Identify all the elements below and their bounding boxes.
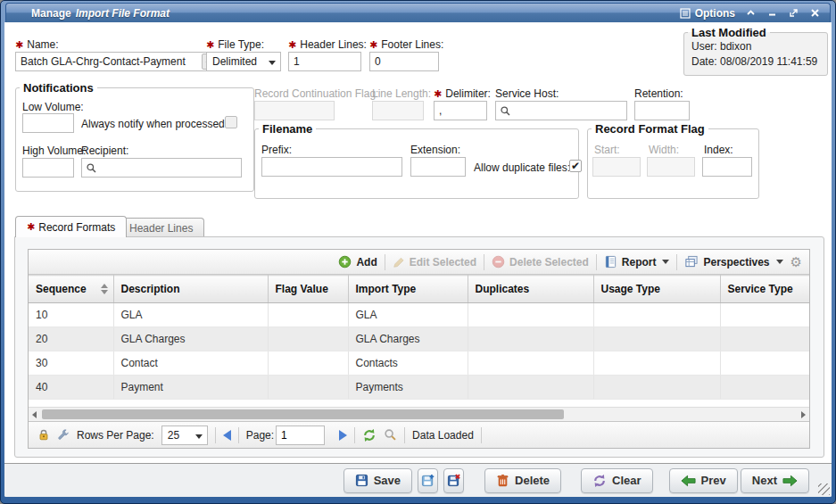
table-cell: Contact <box>113 351 268 376</box>
horizontal-scrollbar[interactable] <box>29 407 809 421</box>
edit-selected-button[interactable]: Edit Selected <box>393 256 476 269</box>
footer-lines-input[interactable] <box>369 52 439 71</box>
remove-icon <box>492 255 505 269</box>
pencil-icon <box>393 256 405 269</box>
service-host-input[interactable] <box>495 101 627 120</box>
service-host-label: Service Host: <box>495 87 559 100</box>
chevron-down-icon <box>195 434 203 439</box>
perspectives-button[interactable]: Perspectives <box>684 255 782 269</box>
resize-grip[interactable] <box>818 483 830 495</box>
sort-icon[interactable] <box>101 284 108 294</box>
clear-button[interactable]: Clear <box>581 468 653 493</box>
column-header-service-type[interactable]: Service Type <box>720 276 809 303</box>
options-button[interactable]: Options <box>680 7 735 20</box>
wrench-icon[interactable] <box>57 429 70 442</box>
file-type-label: ✱File Type: <box>206 38 264 51</box>
close-icon <box>810 8 820 18</box>
file-type-select[interactable]: Delimited <box>206 52 281 71</box>
minimize-button[interactable] <box>766 7 778 19</box>
page-input[interactable] <box>276 426 325 445</box>
header-lines-input[interactable] <box>288 52 361 71</box>
save-and-close-button[interactable] <box>443 468 464 493</box>
scroll-left-icon[interactable] <box>32 411 37 418</box>
extension-input[interactable] <box>410 157 466 177</box>
record-continuation-flag-label: Record Continuation Flag: <box>254 87 378 100</box>
prev-button[interactable]: Prev <box>669 468 738 493</box>
required-marker: ✱ <box>434 88 442 99</box>
previous-page-icon[interactable] <box>223 430 231 441</box>
add-button[interactable]: Add <box>338 255 377 269</box>
table-cell <box>593 327 720 351</box>
scroll-right-icon[interactable] <box>801 411 806 418</box>
table-cell <box>268 351 348 376</box>
prefix-label: Prefix: <box>261 144 292 156</box>
allow-duplicate-checkbox[interactable] <box>569 160 582 172</box>
always-notify-checkbox[interactable] <box>225 116 237 128</box>
required-marker: ✱ <box>27 221 35 233</box>
save-and-new-button[interactable] <box>418 468 438 493</box>
recipient-label: Recipient: <box>81 145 128 157</box>
chevron-down-icon <box>776 260 783 264</box>
collapse-button[interactable] <box>745 7 757 19</box>
column-header-sequence[interactable]: Sequence <box>29 276 113 303</box>
search-icon[interactable] <box>500 105 511 117</box>
table-header-row: SequenceDescriptionFlag ValueImport Type… <box>29 276 809 303</box>
table-row[interactable]: 30ContactContacts <box>29 351 809 376</box>
tab-record-formats[interactable]: ✱ Record Formats <box>15 216 127 237</box>
search-icon[interactable] <box>384 428 397 442</box>
column-header-import-type[interactable]: Import Type <box>348 276 468 303</box>
allow-duplicate-label: Allow duplicate files: <box>474 161 570 174</box>
column-header-duplicates[interactable]: Duplicates <box>468 276 593 303</box>
column-header-usage-type[interactable]: Usage Type <box>593 276 720 303</box>
retention-input[interactable] <box>634 101 690 120</box>
column-header-description[interactable]: Description <box>113 276 268 303</box>
tab-header-lines[interactable]: Header Lines <box>118 218 204 237</box>
add-icon <box>338 255 352 269</box>
refresh-icon[interactable] <box>362 428 377 442</box>
close-button[interactable] <box>809 7 821 19</box>
search-icon[interactable] <box>86 162 97 174</box>
delimiter-input[interactable] <box>434 101 487 120</box>
required-marker: ✱ <box>206 39 214 50</box>
table-row[interactable]: 40PaymentPayments <box>29 376 809 400</box>
low-volume-input[interactable] <box>22 113 74 133</box>
grid-toolbar: Add Edit Selected Delete Selected Report <box>29 250 809 275</box>
next-button[interactable]: Next <box>741 468 809 493</box>
pager-separator <box>354 427 355 443</box>
table-cell: GLA <box>113 303 268 327</box>
lock-icon[interactable] <box>37 428 50 442</box>
start-input <box>592 157 641 177</box>
high-volume-input[interactable] <box>22 158 74 178</box>
table-cell: 30 <box>29 351 113 376</box>
last-modified-user: User: bdixon <box>691 39 820 54</box>
pager-status: Data Loaded <box>412 429 474 442</box>
scrollbar-thumb[interactable] <box>42 409 564 419</box>
name-label: ✱Name: <box>15 38 59 51</box>
table-row[interactable]: 20GLA ChargesGLA Charges <box>29 327 809 351</box>
rows-per-page-select[interactable]: 25 <box>161 426 208 445</box>
report-button[interactable]: Report <box>604 255 670 269</box>
next-page-icon[interactable] <box>339 430 347 441</box>
last-modified-fieldset: Last Modified User: bdixon Date: 08/08/2… <box>683 26 828 76</box>
gear-icon[interactable]: ⚙ <box>790 255 802 269</box>
table-cell <box>720 327 809 351</box>
pager-separator <box>481 427 482 443</box>
save-button[interactable]: Save <box>344 468 412 493</box>
grid-body: 10GLAGLA20GLA ChargesGLA Charges30Contac… <box>29 303 809 400</box>
last-modified-date: Date: 08/08/2019 11:41:59 <box>691 54 820 70</box>
line-length-input <box>372 101 424 120</box>
table-row[interactable]: 10GLAGLA <box>29 303 809 327</box>
index-input[interactable] <box>702 157 752 177</box>
name-input[interactable] <box>15 52 219 71</box>
popout-button[interactable] <box>788 7 799 19</box>
table-cell: 20 <box>29 327 113 351</box>
prefix-input[interactable] <box>261 157 402 177</box>
column-header-flag-value[interactable]: Flag Value <box>268 276 348 303</box>
pager-separator <box>404 427 405 443</box>
delete-selected-button[interactable]: Delete Selected <box>492 255 589 269</box>
title-bar[interactable]: ManageImport File Format Options <box>5 3 831 22</box>
delete-button[interactable]: Delete <box>484 468 561 493</box>
page-label: Page: <box>246 429 274 442</box>
chevron-down-icon <box>269 61 276 65</box>
recipient-input[interactable] <box>81 158 242 178</box>
